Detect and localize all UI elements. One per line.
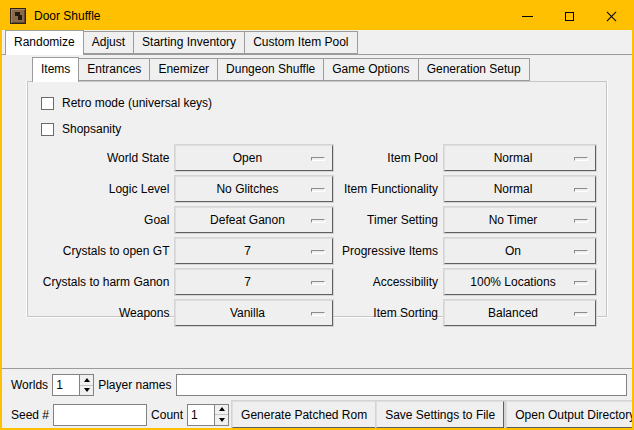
worlds-input[interactable] [53, 375, 79, 395]
tab-randomize[interactable]: Randomize [5, 30, 84, 55]
minimize-button[interactable] [506, 2, 548, 30]
weapons-dropdown[interactable]: Vanilla [175, 300, 333, 326]
logic-level-value: No Glitches [216, 182, 292, 196]
tab-custom-item-pool[interactable]: Custom Item Pool [244, 31, 357, 54]
item-functionality-dropdown[interactable]: Normal [444, 176, 596, 202]
timer-setting-value: No Timer [489, 213, 552, 227]
options-column-left: World State Open Logic Level No Glitches [38, 145, 333, 331]
main-tab-bar: Randomize Adjust Starting Inventory Cust… [2, 30, 632, 54]
logic-level-dropdown[interactable]: No Glitches [175, 176, 333, 202]
crystals-harm-ganon-label: Crystals to harm Ganon [38, 275, 175, 289]
player-names-input[interactable] [176, 374, 628, 396]
retro-mode-label: Retro mode (universal keys) [62, 96, 212, 110]
crystals-open-gt-dropdown[interactable]: 7 [175, 238, 333, 264]
maximize-button[interactable] [548, 2, 590, 30]
player-names-label: Player names [94, 378, 175, 392]
subtab-game-options[interactable]: Game Options [323, 58, 418, 81]
subtab-generation-setup[interactable]: Generation Setup [418, 58, 530, 81]
accessibility-dropdown[interactable]: 100% Locations [444, 269, 596, 295]
bottom-bar: Worlds Player names Seed # Count [2, 369, 632, 428]
world-state-dropdown[interactable]: Open [175, 145, 333, 171]
save-settings-button[interactable]: Save Settings to File [376, 401, 504, 428]
progressive-items-dropdown[interactable]: On [444, 238, 596, 264]
worlds-spin-down-button[interactable] [80, 385, 93, 396]
subtab-items[interactable]: Items [32, 57, 79, 82]
accessibility-row: Accessibility 100% Locations [337, 269, 596, 295]
count-label: Count [147, 408, 187, 422]
titlebar: Door Shuffle [2, 2, 632, 30]
goal-dropdown[interactable]: Defeat Ganon [175, 207, 333, 233]
sub-tab-bar: Items Entrances Enemizer Dungeon Shuffle… [2, 55, 632, 81]
spin-down-icon [84, 388, 90, 392]
count-spin-down-button[interactable] [215, 414, 228, 425]
items-panel: Retro mode (universal keys) Shopsanity W… [27, 81, 607, 317]
crystals-open-gt-row: Crystals to open GT 7 [38, 238, 333, 264]
worlds-row: Worlds Player names [7, 374, 627, 396]
close-icon [606, 11, 617, 22]
weapons-row: Weapons Vanilla [38, 300, 333, 326]
worlds-spinbox[interactable] [52, 374, 94, 396]
seed-input[interactable] [53, 404, 147, 426]
crystals-open-gt-label: Crystals to open GT [38, 244, 175, 258]
tab-adjust[interactable]: Adjust [83, 31, 134, 54]
shopsanity-label: Shopsanity [62, 122, 121, 136]
dropdown-indicator-icon [311, 281, 325, 285]
accessibility-value: 100% Locations [470, 275, 569, 289]
timer-setting-row: Timer Setting No Timer [337, 207, 596, 233]
count-input[interactable] [188, 405, 214, 425]
subtab-enemizer[interactable]: Enemizer [149, 58, 218, 81]
randomize-panel: Items Entrances Enemizer Dungeon Shuffle… [2, 54, 632, 369]
crystals-harm-ganon-value: 7 [244, 275, 265, 289]
seed-row: Seed # Count Generate Patched Rom Save S… [7, 401, 627, 428]
goal-value: Defeat Ganon [210, 213, 299, 227]
worlds-spin-up-button[interactable] [80, 375, 93, 385]
weapons-value: Vanilla [230, 306, 279, 320]
item-pool-value: Normal [494, 151, 547, 165]
item-pool-dropdown[interactable]: Normal [444, 145, 596, 171]
dropdown-indicator-icon [574, 281, 588, 285]
spin-up-icon [219, 407, 225, 411]
shopsanity-checkbox[interactable] [41, 123, 54, 136]
accessibility-label: Accessibility [337, 275, 444, 289]
dropdown-indicator-icon [574, 219, 588, 223]
world-state-value: Open [233, 151, 276, 165]
count-spinbox[interactable] [187, 404, 229, 426]
timer-setting-label: Timer Setting [337, 213, 444, 227]
dropdown-indicator-icon [311, 188, 325, 192]
tab-starting-inventory[interactable]: Starting Inventory [133, 31, 245, 54]
subtab-dungeon-shuffle[interactable]: Dungeon Shuffle [217, 58, 324, 81]
crystals-harm-ganon-row: Crystals to harm Ganon 7 [38, 269, 333, 295]
count-spin-buttons [214, 405, 228, 425]
world-state-label: World State [38, 151, 175, 165]
crystals-harm-ganon-dropdown[interactable]: 7 [175, 269, 333, 295]
goal-row: Goal Defeat Ganon [38, 207, 333, 233]
item-functionality-label: Item Functionality [337, 182, 444, 196]
item-pool-row: Item Pool Normal [337, 145, 596, 171]
app-window: Door Shuffle Randomize Adjust Starting I… [0, 0, 634, 430]
dropdown-indicator-icon [311, 219, 325, 223]
worlds-spin-buttons [79, 375, 93, 395]
retro-mode-row: Retro mode (universal keys) [41, 93, 596, 113]
item-pool-label: Item Pool [337, 151, 444, 165]
maximize-icon [565, 12, 574, 21]
open-output-directory-button[interactable]: Open Output Directory [506, 401, 634, 428]
goal-label: Goal [38, 213, 175, 227]
dropdown-indicator-icon [311, 250, 325, 254]
timer-setting-dropdown[interactable]: No Timer [444, 207, 596, 233]
crystals-open-gt-value: 7 [244, 244, 265, 258]
close-button[interactable] [590, 2, 632, 30]
progressive-items-row: Progressive Items On [337, 238, 596, 264]
dropdown-indicator-icon [311, 157, 325, 161]
minimize-icon [522, 16, 533, 17]
logic-level-label: Logic Level [38, 182, 175, 196]
item-sorting-value: Balanced [488, 306, 552, 320]
retro-mode-checkbox[interactable] [41, 97, 54, 110]
shopsanity-row: Shopsanity [41, 119, 596, 139]
generate-patched-rom-button[interactable]: Generate Patched Rom [232, 401, 376, 428]
window-title: Door Shuffle [34, 9, 101, 23]
logic-level-row: Logic Level No Glitches [38, 176, 333, 202]
count-spin-up-button[interactable] [215, 405, 228, 415]
item-sorting-dropdown[interactable]: Balanced [444, 300, 596, 326]
subtab-entrances[interactable]: Entrances [78, 58, 150, 81]
seed-label: Seed # [7, 408, 53, 422]
